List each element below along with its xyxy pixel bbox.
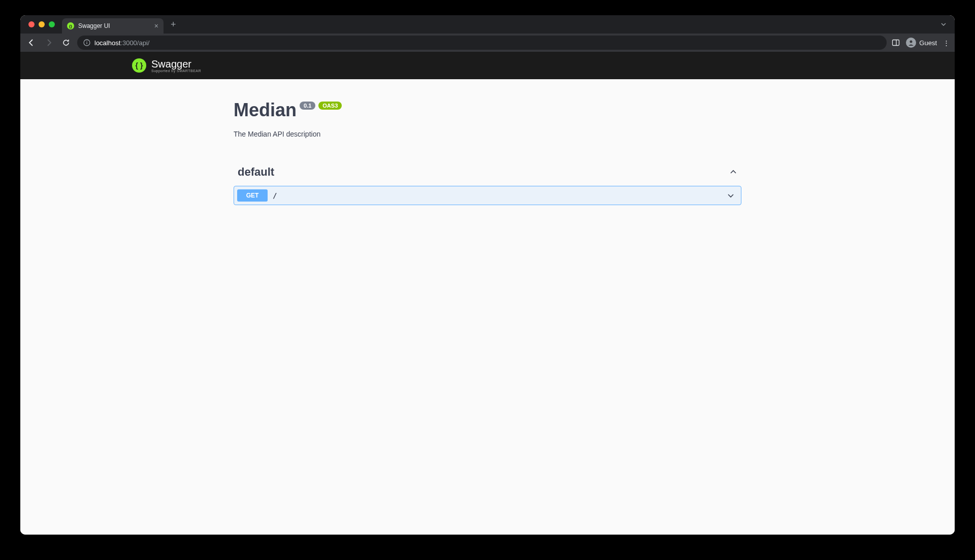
swagger-logo: { } Swagger Supported by SMARTBEAR: [132, 58, 201, 73]
window-close-button[interactable]: [28, 21, 35, 27]
url-input[interactable]: localhost:3000/api/: [77, 36, 887, 50]
tab-title: Swagger UI: [78, 22, 110, 29]
forward-button[interactable]: [43, 37, 55, 49]
new-tab-button[interactable]: +: [167, 19, 180, 30]
profile-button[interactable]: Guest: [906, 38, 937, 48]
panel-icon[interactable]: [892, 39, 900, 47]
window-maximize-button[interactable]: [49, 21, 55, 27]
swagger-logo-subtext: Supported by SMARTBEAR: [151, 69, 201, 73]
swagger-logo-icon: { }: [132, 58, 146, 73]
page-content: { } Swagger Supported by SMARTBEAR Media…: [20, 52, 955, 535]
swagger-logo-text: Swagger: [151, 58, 201, 70]
browser-tab[interactable]: {} Swagger UI ×: [62, 18, 164, 34]
svg-point-5: [910, 41, 913, 43]
close-icon[interactable]: ×: [154, 22, 158, 30]
operation-row[interactable]: GET /: [234, 186, 741, 205]
browser-tab-bar: {} Swagger UI × +: [20, 15, 955, 34]
address-bar: localhost:3000/api/ Guest ⋮: [20, 34, 955, 52]
svg-rect-3: [893, 40, 899, 46]
tag-header[interactable]: default: [234, 163, 741, 181]
swagger-favicon-icon: {}: [67, 22, 74, 29]
info-icon: [83, 39, 90, 46]
tabs-overflow-button[interactable]: [936, 21, 951, 27]
url-port: :3000: [120, 39, 137, 47]
oas-badge: OAS3: [318, 102, 342, 110]
svg-point-2: [86, 41, 87, 42]
url-path: /api/: [137, 39, 150, 47]
url-host: localhost: [94, 39, 120, 47]
chevron-down-icon: [727, 191, 738, 200]
user-icon: [906, 38, 916, 48]
api-description: The Median API description: [234, 130, 741, 138]
chevron-up-icon: [729, 168, 737, 176]
window-minimize-button[interactable]: [39, 21, 45, 27]
operation-path: /: [273, 191, 277, 200]
swagger-top-bar: { } Swagger Supported by SMARTBEAR: [20, 52, 955, 79]
api-title: Median: [234, 100, 297, 121]
back-button[interactable]: [25, 37, 38, 49]
window-controls: [24, 21, 59, 27]
method-badge: GET: [237, 189, 268, 202]
menu-icon[interactable]: ⋮: [943, 39, 950, 47]
profile-label: Guest: [919, 39, 937, 47]
version-badge: 0.1: [300, 102, 315, 110]
tag-name: default: [238, 166, 274, 179]
reload-button[interactable]: [60, 37, 72, 49]
